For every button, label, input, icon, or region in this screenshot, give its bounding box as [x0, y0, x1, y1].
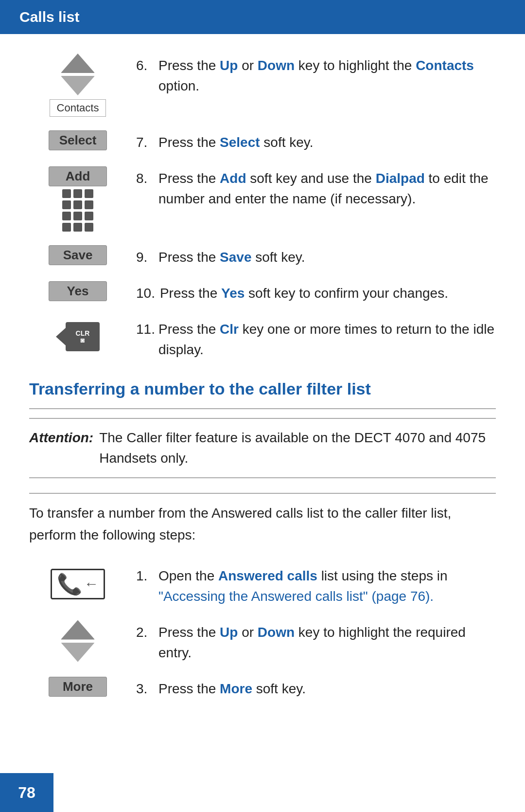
dialpad-dot	[73, 200, 82, 209]
section2-step-1-number: 1.	[136, 566, 154, 586]
down-key-label: Down	[258, 58, 295, 73]
section2-step-1-text: 1. Open the Answered calls list using th…	[136, 564, 496, 607]
contacts-label-box: Contacts	[50, 99, 106, 117]
answered-calls-link[interactable]: "Accessing the Answered calls list" (pag…	[158, 589, 434, 604]
attention-label: Attention:	[29, 428, 93, 448]
page-number: 78	[18, 784, 35, 802]
dialpad-dot	[62, 223, 71, 232]
divider-bottom	[29, 493, 496, 494]
nav-key-icon-2	[61, 620, 95, 662]
section2-step-1-icon: 📞 ←	[29, 564, 126, 604]
attention-box: Attention: The Caller filter feature is …	[29, 418, 496, 478]
contacts-option-label: Contacts	[416, 58, 474, 73]
dialpad-dot	[85, 212, 93, 220]
step-10-text: 10. Press the Yes soft key to confirm yo…	[136, 281, 496, 304]
section2-step-3-number: 3.	[136, 679, 154, 699]
header-title: Calls list	[19, 9, 79, 25]
section2-step-2-number: 2.	[136, 622, 154, 643]
divider-top	[29, 408, 496, 409]
save-soft-key-icon: Save	[49, 245, 107, 265]
section2-step-3-text: 3. Press the More soft key.	[136, 677, 496, 699]
up-key-label: Up	[220, 58, 238, 73]
select-soft-key-icon: Select	[49, 130, 107, 150]
nav-key-up-shape-2	[61, 620, 95, 640]
attention-text: The Caller filter feature is available o…	[99, 428, 496, 469]
step-8-icon: Add	[29, 166, 126, 232]
step-7: Select 7. Press the Select soft key.	[29, 130, 496, 153]
step-10-icon: Yes	[29, 281, 126, 301]
nav-key-icon	[61, 54, 95, 95]
section2-step-2-icon	[29, 620, 126, 662]
step-6: Contacts 6. Press the Up or Down key to …	[29, 54, 496, 117]
page-header: Calls list	[0, 0, 525, 34]
answered-calls-label: Answered calls	[218, 568, 317, 583]
step-9-icon: Save	[29, 245, 126, 265]
step-7-text: 7. Press the Select soft key.	[136, 130, 496, 153]
footer-bar: 78	[0, 773, 53, 812]
clr-key-icon: CLR◙	[66, 322, 100, 351]
section2-step-2: 2. Press the Up or Down key to highlight…	[29, 620, 496, 663]
up-key-label-2: Up	[220, 625, 238, 640]
dialpad-dot	[85, 223, 93, 232]
dialpad-dot	[62, 212, 71, 220]
nav-key-down-shape-2	[61, 643, 95, 662]
step-8-number: 8.	[136, 168, 154, 189]
more-soft-key-icon: More	[49, 677, 107, 697]
step-9-text: 9. Press the Save soft key.	[136, 245, 496, 268]
dialpad-dot	[62, 189, 71, 198]
step-8-text: 8. Press the Add soft key and use the Di…	[136, 166, 496, 209]
section2-step-3-icon: More	[29, 677, 126, 697]
dialpad-dot	[62, 200, 71, 209]
add-soft-key-icon: Add	[49, 166, 107, 186]
clr-key-label: Clr	[220, 322, 239, 337]
main-content: Contacts 6. Press the Up or Down key to …	[0, 54, 525, 771]
step-6-number: 6.	[136, 55, 154, 76]
dialpad-dot	[73, 223, 82, 232]
step-7-icon: Select	[29, 130, 126, 150]
section2-step-2-text: 2. Press the Up or Down key to highlight…	[136, 620, 496, 663]
step-11: CLR◙ 11. Press the Clr key one or more t…	[29, 317, 496, 360]
dialpad-dot	[73, 189, 82, 198]
step-11-text: 11. Press the Clr key one or more times …	[136, 317, 496, 360]
step-6-text: 6. Press the Up or Down key to highlight…	[136, 54, 496, 96]
section2-step-3: More 3. Press the More soft key.	[29, 677, 496, 699]
step-8: Add 8. Press the Add soft key and use th…	[29, 166, 496, 232]
dialpad-icon	[62, 189, 93, 232]
step-6-icon: Contacts	[29, 54, 126, 117]
clr-key-text: CLR◙	[76, 330, 90, 343]
section2-heading: Transferring a number to the caller filt…	[29, 379, 496, 398]
yes-soft-key-icon: Yes	[49, 281, 107, 301]
save-key-label: Save	[220, 250, 251, 265]
dialpad-dot	[85, 200, 93, 209]
dialpad-dot	[73, 212, 82, 220]
nav-key-up-shape	[61, 54, 95, 73]
step-10-number: 10.	[136, 283, 155, 304]
answered-calls-phone-icon: 📞	[57, 572, 82, 596]
step-10: Yes 10. Press the Yes soft key to confir…	[29, 281, 496, 304]
step-9-number: 9.	[136, 247, 154, 268]
dialpad-dot	[85, 189, 93, 198]
step-11-icon: CLR◙	[29, 317, 126, 356]
answered-calls-arrow-icon: ←	[84, 576, 99, 592]
more-key-label: More	[220, 681, 252, 696]
step-7-number: 7.	[136, 132, 154, 153]
intro-paragraph: To transfer a number from the Answered c…	[29, 503, 496, 546]
nav-key-down-shape	[61, 76, 95, 95]
step-11-number: 11.	[136, 319, 154, 340]
yes-key-label: Yes	[221, 286, 245, 301]
add-key-label: Add	[220, 171, 246, 186]
dialpad-label: Dialpad	[376, 171, 425, 186]
select-key-label: Select	[220, 135, 260, 150]
step-9: Save 9. Press the Save soft key.	[29, 245, 496, 268]
section2-step-1: 📞 ← 1. Open the Answered calls list usin…	[29, 564, 496, 607]
down-key-label-2: Down	[258, 625, 295, 640]
